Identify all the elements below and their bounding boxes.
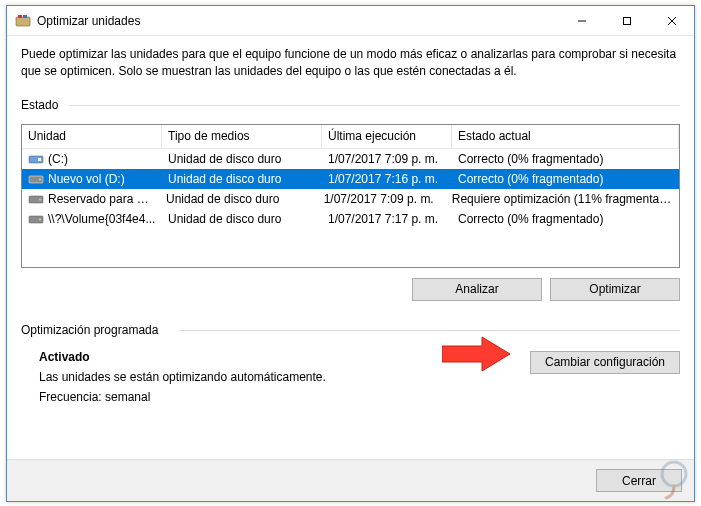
drive-media: Unidad de disco duro (162, 172, 322, 186)
svg-rect-4 (623, 17, 630, 24)
drive-icon (28, 153, 44, 165)
col-last[interactable]: Última ejecución (322, 125, 452, 148)
minimize-button[interactable] (559, 6, 604, 35)
status-group-label: Estado (21, 98, 680, 118)
svg-rect-0 (16, 17, 30, 26)
drive-last-run: 1/07/2017 7:09 p. m. (322, 152, 452, 166)
drive-name: \\?\Volume{03f4e4... (48, 212, 155, 226)
schedule-group-label: Optimización programada (21, 323, 680, 343)
col-state[interactable]: Estado actual (452, 125, 679, 148)
drive-list[interactable]: Unidad Tipo de medios Última ejecución E… (21, 124, 680, 268)
schedule-section: Optimización programada Activado Las uni… (21, 323, 680, 408)
close-button[interactable] (649, 6, 694, 35)
optimize-button[interactable]: Optimizar (550, 278, 680, 301)
action-button-row: Analizar Optimizar (21, 278, 680, 301)
schedule-group-label-text: Optimización programada (21, 323, 158, 337)
svg-rect-1 (18, 15, 22, 18)
window-title: Optimizar unidades (37, 14, 559, 28)
maximize-button[interactable] (604, 6, 649, 35)
content-area: Puede optimizar las unidades para que el… (7, 36, 694, 459)
drive-icon (28, 213, 44, 225)
drive-list-body: (C:)Unidad de disco duro1/07/2017 7:09 p… (22, 149, 679, 229)
schedule-text: Activado Las unidades se están optimizan… (21, 347, 530, 408)
drive-row[interactable]: Nuevo vol (D:)Unidad de disco duro1/07/2… (22, 169, 679, 189)
drive-row[interactable]: \\?\Volume{03f4e4...Unidad de disco duro… (22, 209, 679, 229)
dialog-footer: Cerrar (7, 459, 694, 501)
schedule-frequency: Frecuencia: semanal (39, 387, 530, 407)
drive-icon (28, 173, 44, 185)
drive-state: Correcto (0% fragmentado) (452, 152, 679, 166)
drive-row[interactable]: Reservado para el s...Unidad de disco du… (22, 189, 679, 209)
col-media[interactable]: Tipo de medios (162, 125, 322, 148)
svg-point-10 (39, 178, 41, 180)
status-group-label-text: Estado (21, 98, 58, 112)
drive-name: (C:) (48, 152, 68, 166)
drive-name: Reservado para el s... (48, 192, 160, 206)
drive-list-header: Unidad Tipo de medios Última ejecución E… (22, 125, 679, 149)
drive-last-run: 1/07/2017 7:09 p. m. (318, 192, 446, 206)
svg-point-14 (39, 218, 41, 220)
drive-name: Nuevo vol (D:) (48, 172, 125, 186)
close-dialog-button[interactable]: Cerrar (596, 469, 682, 492)
schedule-status: Activado (39, 347, 530, 367)
svg-rect-8 (38, 158, 41, 161)
analyze-button[interactable]: Analizar (412, 278, 542, 301)
drive-icon (28, 193, 44, 205)
defrag-app-icon (15, 13, 31, 29)
drive-last-run: 1/07/2017 7:17 p. m. (322, 212, 452, 226)
drive-row[interactable]: (C:)Unidad de disco duro1/07/2017 7:09 p… (22, 149, 679, 169)
drive-media: Unidad de disco duro (162, 152, 322, 166)
drive-state: Correcto (0% fragmentado) (452, 212, 679, 226)
drive-state: Correcto (0% fragmentado) (452, 172, 679, 186)
svg-point-12 (39, 198, 41, 200)
col-drive[interactable]: Unidad (22, 125, 162, 148)
schedule-description: Las unidades se están optimizando automá… (39, 367, 530, 387)
optimize-drives-window: Optimizar unidades Puede optimizar las u… (6, 5, 695, 502)
group-divider (179, 330, 680, 331)
drive-state: Requiere optimización (11% fragmentado) (446, 192, 679, 206)
drive-media: Unidad de disco duro (160, 192, 318, 206)
group-divider (69, 105, 680, 106)
titlebar: Optimizar unidades (7, 6, 694, 36)
svg-rect-2 (23, 15, 27, 18)
intro-text: Puede optimizar las unidades para que el… (21, 46, 680, 80)
change-settings-button[interactable]: Cambiar configuración (530, 351, 680, 374)
drive-media: Unidad de disco duro (162, 212, 322, 226)
drive-last-run: 1/07/2017 7:16 p. m. (322, 172, 452, 186)
